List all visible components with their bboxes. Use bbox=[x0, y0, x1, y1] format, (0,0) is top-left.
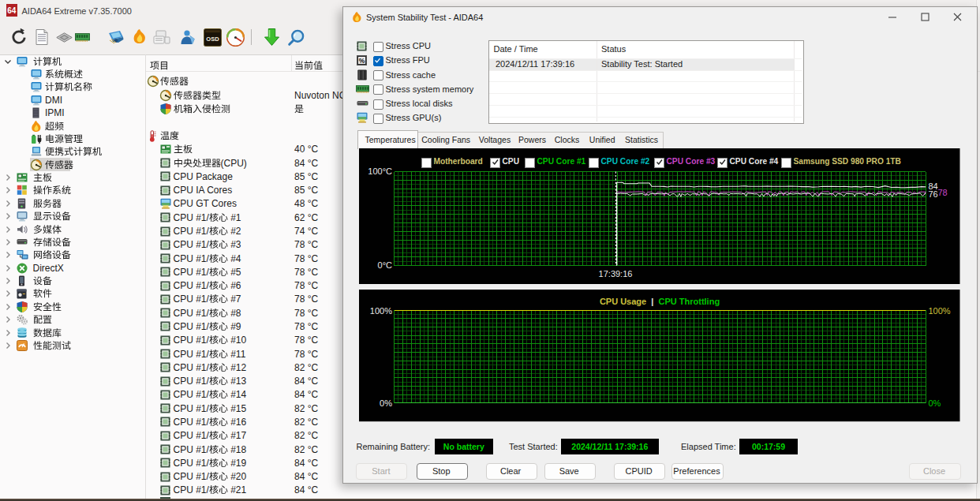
svg-text:OSD: OSD bbox=[206, 36, 219, 43]
svg-text:%: % bbox=[358, 56, 365, 64]
